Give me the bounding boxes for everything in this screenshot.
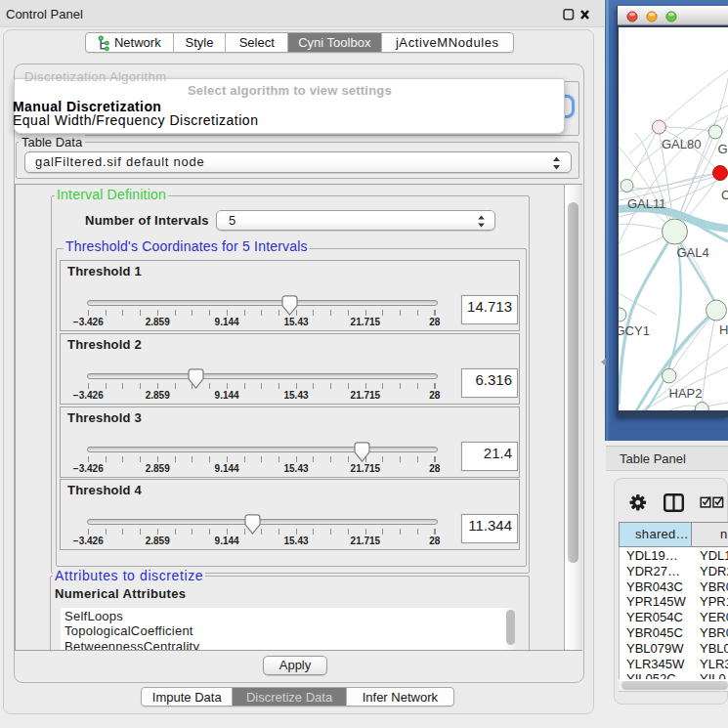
svg-text:HAP2: HAP2 [669, 386, 703, 401]
svg-text:GAL4: GAL4 [677, 245, 709, 260]
svg-text:H: H [719, 322, 728, 337]
svg-text:C: C [721, 188, 728, 202]
svg-text:GAL11: GAL11 [627, 196, 666, 211]
svg-text:G: G [718, 142, 728, 156]
svg-text:GCY1: GCY1 [619, 323, 650, 338]
svg-text:GAL80: GAL80 [662, 137, 701, 151]
